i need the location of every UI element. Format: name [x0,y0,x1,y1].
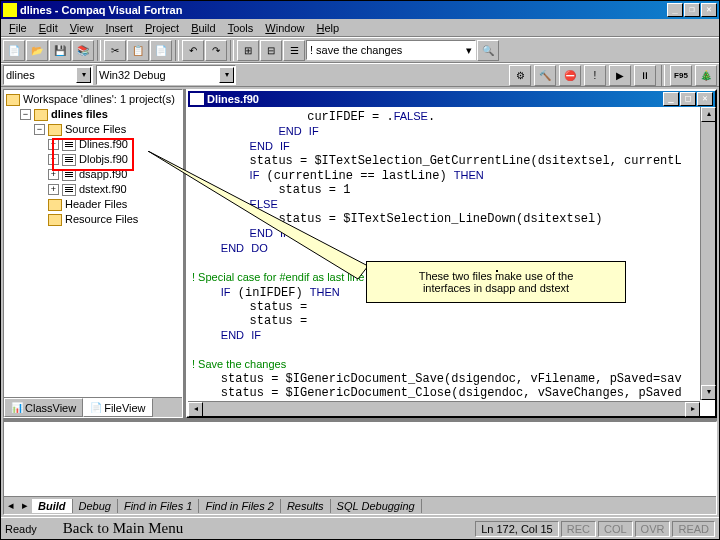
menu-tools[interactable]: Tools [222,20,260,36]
menu-window[interactable]: Window [259,20,310,36]
break-button[interactable]: ⏸ [634,65,656,86]
toolbar-main: 📄 📂 💾 📚 ✂ 📋 📄 ↶ ↷ ⊞ ⊟ ☰ ! save the chang… [1,37,719,63]
paste-button[interactable]: 📄 [150,40,172,61]
project-tree-panel: Workspace 'dlines': 1 project(s) −dlines… [3,89,183,418]
saveall-button[interactable]: 📚 [72,40,94,61]
tree-tabs: 📊 ClassView 📄 FileView [4,397,182,417]
open-button[interactable]: 📂 [26,40,48,61]
tree-file-dstext[interactable]: +dstext.f90 [6,182,180,197]
menu-build[interactable]: Build [185,20,221,36]
tab-sql[interactable]: SQL Debugging [331,499,422,513]
run-button[interactable]: ! [584,65,606,86]
tab-build[interactable]: Build [32,499,73,513]
stop-build-button[interactable]: ⛔ [559,65,581,86]
menu-insert[interactable]: Insert [99,20,139,36]
config-combo[interactable]: Win32 Debug ▾ [96,65,236,85]
minimize-button[interactable]: _ [667,3,683,17]
code-max-button[interactable]: □ [680,92,696,106]
target-combo[interactable]: dlines ▾ [3,65,93,85]
status-ready: Ready [5,523,37,535]
vscrollbar[interactable]: ▴ ▾ [700,107,715,400]
code-min-button[interactable]: _ [663,92,679,106]
expand-icon[interactable]: + [48,139,59,150]
folder-icon [48,214,62,226]
file-icon [62,169,76,181]
tab-find2[interactable]: Find in Files 2 [199,499,280,513]
tab-fileview[interactable]: 📄 FileView [83,398,152,417]
tree-header-folder[interactable]: Header Files [6,197,180,212]
tree-file-dlobjs[interactable]: +Dlobjs.f90 [6,152,180,167]
expand-icon[interactable]: + [48,184,59,195]
workspace: Workspace 'dlines': 1 project(s) −dlines… [3,89,717,515]
status-ovr: OVR [635,521,671,537]
file-icon [62,139,76,151]
code-filename: Dlines.f90 [207,93,663,105]
tree-source-folder[interactable]: −Source Files [6,122,180,137]
titlebar: dlines - Compaq Visual Fortran _ ❐ ✕ [1,1,719,19]
scroll-right-icon[interactable]: ▸ [685,402,700,417]
menu-file[interactable]: File [3,20,33,36]
redo-button[interactable]: ↷ [205,40,227,61]
code-titlebar: Dlines.f90 _ □ ✕ [188,91,715,107]
tab-scroll-left[interactable]: ◂ [4,499,18,512]
maximize-button[interactable]: ❐ [684,3,700,17]
tab-scroll-right[interactable]: ▸ [18,499,32,512]
winlist-button[interactable]: ☰ [283,40,305,61]
tree-workspace[interactable]: Workspace 'dlines': 1 project(s) [6,92,180,107]
f95-button[interactable]: F95 [670,65,692,86]
main-window: dlines - Compaq Visual Fortran _ ❐ ✕ Fil… [0,0,720,540]
tree-file-dlines[interactable]: +Dlines.f90 [6,137,180,152]
find-field[interactable]: ! save the changes ▾ [306,40,476,60]
tree-resource-folder[interactable]: Resource Files [6,212,180,227]
scroll-left-icon[interactable]: ◂ [188,402,203,417]
tree-file-dsapp[interactable]: +dsapp.f90 [6,167,180,182]
new-button[interactable]: 📄 [3,40,25,61]
ws-button[interactable]: ⊞ [237,40,259,61]
menu-edit[interactable]: Edit [33,20,64,36]
output-text[interactable] [4,422,716,496]
find-button[interactable]: 🔍 [477,40,499,61]
menu-view[interactable]: View [64,20,100,36]
tab-debug[interactable]: Debug [73,499,118,513]
scroll-down-icon[interactable]: ▾ [701,385,716,400]
output-panel: ◂ ▸ Build Debug Find in Files 1 Find in … [3,421,717,515]
tab-classview[interactable]: 📊 ClassView [4,398,83,417]
app-icon [3,3,17,17]
callout-text-1: These two files make use of the [379,270,613,282]
code-close-button[interactable]: ✕ [697,92,713,106]
go-button[interactable]: ▶ [609,65,631,86]
collapse-icon[interactable]: − [34,124,45,135]
project-tree[interactable]: Workspace 'dlines': 1 project(s) −dlines… [4,90,182,397]
help2-button[interactable]: 🎄 [695,65,717,86]
tree-project[interactable]: −dlines files [6,107,180,122]
expand-icon[interactable]: + [48,169,59,180]
workspace-icon [6,94,20,106]
copy-button[interactable]: 📋 [127,40,149,61]
hscrollbar[interactable]: ◂ ▸ [188,401,700,416]
annotation-callout: These two files make use of the interfac… [366,261,626,303]
save-button[interactable]: 💾 [49,40,71,61]
folder-icon [48,199,62,211]
output-tabs: ◂ ▸ Build Debug Find in Files 1 Find in … [4,496,716,514]
undo-button[interactable]: ↶ [182,40,204,61]
target-value: dlines [6,69,35,81]
doc-icon [190,93,204,105]
file-icon [62,184,76,196]
back-link[interactable]: Back to Main Menu [63,520,183,537]
project-icon [34,109,48,121]
build-button[interactable]: 🔨 [534,65,556,86]
tab-results[interactable]: Results [281,499,331,513]
collapse-icon[interactable]: − [20,109,31,120]
scroll-up-icon[interactable]: ▴ [701,107,716,122]
status-position: Ln 172, Col 15 [475,521,559,537]
status-col: COL [598,521,633,537]
compile-button[interactable]: ⚙ [509,65,531,86]
tab-find1[interactable]: Find in Files 1 [118,499,199,513]
cut-button[interactable]: ✂ [104,40,126,61]
expand-icon[interactable]: + [48,154,59,165]
folder-icon [48,124,62,136]
close-button[interactable]: ✕ [701,3,717,17]
menu-project[interactable]: Project [139,20,185,36]
menu-help[interactable]: Help [310,20,345,36]
output-button[interactable]: ⊟ [260,40,282,61]
